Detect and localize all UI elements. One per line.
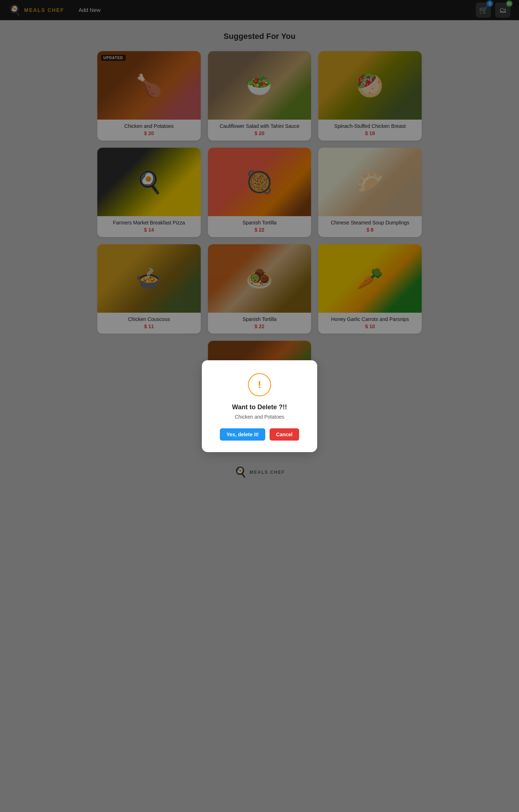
confirm-delete-button[interactable]: Yes, delete it! <box>220 428 265 441</box>
warning-icon: ! <box>248 373 271 396</box>
modal-overlay[interactable]: ! Want to Delete ?!! Chicken and Potatoe… <box>0 0 519 812</box>
delete-modal: ! Want to Delete ?!! Chicken and Potatoe… <box>202 360 317 452</box>
cancel-button[interactable]: Cancel <box>270 428 299 441</box>
modal-subtitle: Chicken and Potatoes <box>216 414 303 420</box>
modal-actions: Yes, delete it! Cancel <box>216 428 303 441</box>
modal-title: Want to Delete ?!! <box>216 403 303 411</box>
